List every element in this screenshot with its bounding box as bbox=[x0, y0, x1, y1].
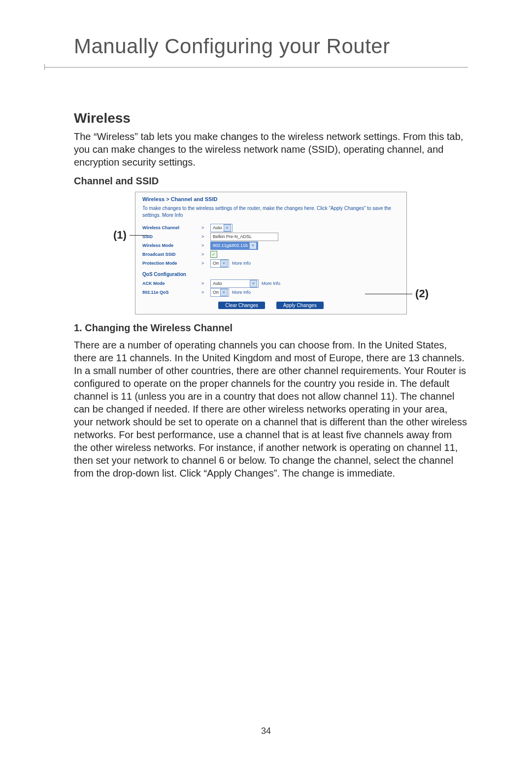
panel-intro-more-link[interactable]: More Info bbox=[162, 212, 183, 218]
chevron-right-icon: > bbox=[201, 281, 210, 286]
intro-paragraph: The “Wireless” tab lets you make changes… bbox=[74, 130, 468, 169]
more-info-link[interactable]: More Info bbox=[232, 290, 251, 295]
body-changing-channel: There are a number of operating channels… bbox=[74, 339, 468, 480]
document-page: Manually Configuring your Router Wireles… bbox=[0, 0, 532, 760]
chevron-down-icon: v bbox=[250, 280, 257, 287]
apply-changes-button[interactable]: Apply Changes bbox=[276, 302, 324, 309]
label-wireless-channel: Wireless Channel bbox=[142, 225, 201, 230]
label-broadcast-ssid: Broadcast SSID bbox=[142, 252, 201, 257]
select-wireless-channel[interactable]: Auto v bbox=[210, 224, 233, 232]
select-80211e-qos[interactable]: On v bbox=[210, 288, 229, 297]
button-bar: Clear Changes Apply Changes bbox=[142, 302, 399, 309]
chevron-right-icon: > bbox=[201, 225, 210, 230]
more-info-link[interactable]: More Info bbox=[262, 281, 280, 286]
chevron-down-icon: v bbox=[249, 242, 257, 249]
panel-breadcrumb: Wireless > Channel and SSID bbox=[142, 196, 399, 202]
page-title: Manually Configuring your Router bbox=[74, 35, 468, 58]
select-protection-mode[interactable]: On v bbox=[210, 259, 229, 268]
chevron-down-icon: v bbox=[220, 260, 228, 267]
callout-2: (2) bbox=[365, 287, 429, 300]
callout-1-line bbox=[130, 235, 148, 236]
chevron-down-icon: v bbox=[224, 224, 231, 232]
select-ack-mode[interactable]: Auto v bbox=[210, 279, 259, 288]
select-wireless-mode-value: 802.11g&802.11b bbox=[213, 243, 248, 248]
label-ack-mode: ACK Mode bbox=[142, 281, 201, 286]
row-wireless-mode: Wireless Mode > 802.11g&802.11b v bbox=[142, 241, 399, 250]
clear-changes-button[interactable]: Clear Changes bbox=[218, 302, 265, 309]
page-number: 34 bbox=[0, 726, 532, 736]
callout-2-label: (2) bbox=[415, 287, 429, 300]
checkbox-broadcast-ssid[interactable]: ✓ bbox=[210, 251, 217, 258]
select-80211e-qos-value: On bbox=[213, 290, 219, 295]
row-ssid: SSID > Belkin Pre-N_ADSL bbox=[142, 232, 399, 241]
chevron-right-icon: > bbox=[201, 243, 210, 248]
chevron-right-icon: > bbox=[201, 252, 210, 257]
callout-1-label: (1) bbox=[113, 229, 127, 242]
subheading-changing-channel: 1. Changing the Wireless Channel bbox=[74, 322, 468, 334]
row-protection-mode: Protection Mode > On v More Info bbox=[142, 259, 399, 268]
row-wireless-channel: Wireless Channel > Auto v bbox=[142, 223, 399, 232]
callout-1: (1) bbox=[113, 229, 148, 242]
select-ack-mode-value: Auto bbox=[213, 281, 248, 286]
row-ack-mode: ACK Mode > Auto v More Info bbox=[142, 279, 399, 288]
input-ssid[interactable]: Belkin Pre-N_ADSL bbox=[210, 233, 278, 241]
title-rule bbox=[74, 63, 468, 71]
qos-heading: QoS Configuration bbox=[142, 272, 399, 277]
chevron-right-icon: > bbox=[201, 290, 210, 295]
label-protection-mode: Protection Mode bbox=[142, 261, 201, 266]
chevron-right-icon: > bbox=[201, 261, 210, 266]
label-80211e-qos: 802.11e QoS bbox=[142, 290, 201, 295]
section-heading-wireless: Wireless bbox=[74, 110, 468, 126]
row-broadcast-ssid: Broadcast SSID > ✓ bbox=[142, 250, 399, 259]
chevron-right-icon: > bbox=[201, 234, 210, 239]
panel-intro: To make changes to the wireless settings… bbox=[142, 205, 399, 218]
select-wireless-channel-value: Auto bbox=[213, 225, 222, 230]
label-ssid: SSID bbox=[142, 234, 201, 239]
chevron-down-icon: v bbox=[220, 289, 228, 296]
screenshot-wrapper: (1) (2) Wireless > Channel and SSID To m… bbox=[74, 192, 468, 314]
callout-2-line bbox=[365, 294, 412, 294]
select-wireless-mode[interactable]: 802.11g&802.11b v bbox=[210, 242, 258, 250]
label-wireless-mode: Wireless Mode bbox=[142, 243, 201, 248]
more-info-link[interactable]: More Info bbox=[232, 261, 251, 266]
row-80211e-qos: 802.11e QoS > On v More Info bbox=[142, 288, 399, 297]
select-protection-mode-value: On bbox=[213, 261, 219, 266]
subheading-channel-ssid: Channel and SSID bbox=[74, 175, 468, 187]
